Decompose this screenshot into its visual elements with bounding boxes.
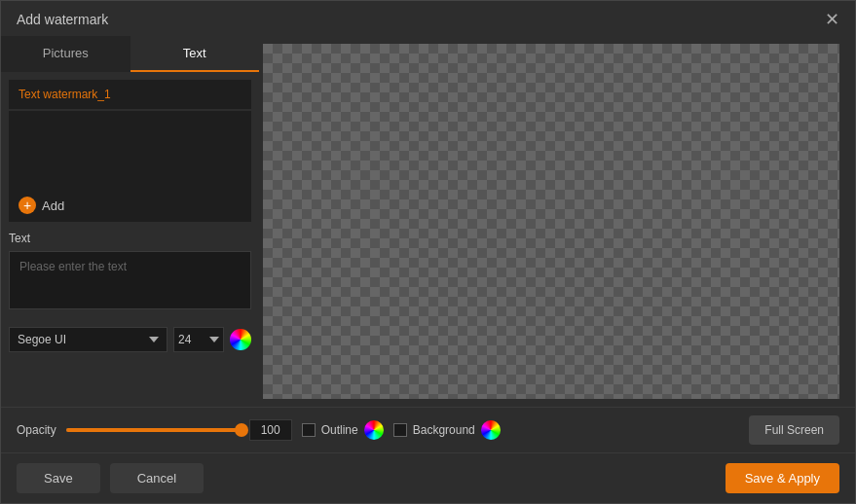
dialog-title: Add watermark (17, 12, 108, 27)
watermark-list: Text watermark_1 (9, 80, 251, 189)
opacity-section: 100 (66, 419, 292, 441)
watermark-item[interactable]: Text watermark_1 (9, 80, 251, 109)
opacity-label: Opacity (17, 423, 56, 437)
text-label: Text (9, 232, 251, 245)
plus-icon: + (19, 197, 36, 214)
right-section (259, 36, 855, 407)
tabs: Pictures Text (1, 36, 259, 72)
cancel-button[interactable]: Cancel (110, 463, 204, 493)
save-apply-button[interactable]: Save & Apply (726, 463, 839, 493)
text-section: Text (1, 222, 259, 319)
add-watermark-dialog: Add watermark ✕ Pictures Text Text water… (0, 0, 856, 504)
preview-area (263, 44, 839, 399)
background-section: Background (393, 420, 501, 440)
opacity-slider-track[interactable] (66, 428, 242, 432)
outline-checkbox[interactable] (302, 423, 316, 437)
watermark-empty-area (9, 111, 251, 189)
footer-left: Save Cancel (17, 463, 204, 493)
background-color-picker[interactable] (481, 420, 501, 440)
background-label: Background (413, 423, 475, 437)
bottom-controls: Opacity 100 Outline Background Full Scre… (1, 407, 855, 452)
outline-label: Outline (321, 423, 358, 437)
title-bar: Add watermark ✕ (1, 1, 855, 36)
outline-color-picker[interactable] (364, 420, 384, 440)
font-family-select[interactable]: Segoe UI Arial Times New Roman (9, 327, 167, 352)
font-row: Segoe UI Arial Times New Roman 12 16 18 … (1, 319, 259, 352)
opacity-value-input[interactable]: 100 (249, 419, 292, 441)
left-panel: Pictures Text Text watermark_1 + Add Tex… (1, 36, 259, 407)
text-color-picker[interactable] (230, 329, 251, 350)
add-label: Add (42, 198, 64, 213)
add-watermark-button[interactable]: + Add (9, 189, 251, 222)
outline-section: Outline (302, 420, 384, 440)
tab-text[interactable]: Text (130, 36, 260, 72)
opacity-slider-thumb[interactable] (235, 423, 248, 437)
footer: Save Cancel Save & Apply (1, 452, 855, 503)
tab-pictures[interactable]: Pictures (1, 36, 130, 72)
main-content: Pictures Text Text watermark_1 + Add Tex… (1, 36, 855, 407)
fullscreen-button[interactable]: Full Screen (749, 415, 839, 445)
save-button[interactable]: Save (17, 463, 100, 493)
font-size-select[interactable]: 12 16 18 24 32 48 (173, 327, 224, 352)
text-input[interactable] (9, 251, 251, 309)
opacity-slider-fill (66, 428, 242, 432)
close-button[interactable]: ✕ (825, 11, 839, 28)
background-checkbox[interactable] (393, 423, 407, 437)
